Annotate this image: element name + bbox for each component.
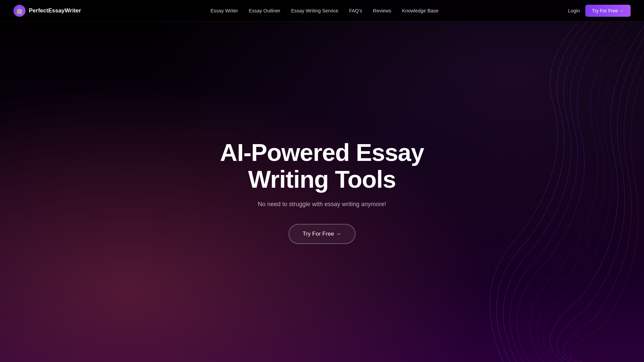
nav-essay-outliner[interactable]: Essay Outliner [249,8,280,13]
hero-decoration [443,0,644,362]
logo-link[interactable]: 🤖 PerfectEssayWriter [13,5,81,17]
login-link[interactable]: Login [568,8,580,13]
hero-subtitle: No need to struggle with essay writing a… [178,201,466,208]
nav-links: Essay Writer Essay Outliner Essay Writin… [211,8,439,13]
nav-essay-writer[interactable]: Essay Writer [211,8,238,13]
hero-cta-button[interactable]: Try For Free → [288,224,356,244]
logo-text: PerfectEssayWriter [29,7,81,14]
nav-essay-writing-service[interactable]: Essay Writing Service [291,8,338,13]
hero-title: AI-Powered Essay Writing Tools [178,139,466,192]
nav-cta-button[interactable]: Try For Free → [585,5,631,17]
nav-knowledge-base[interactable]: Knowledge Base [402,8,438,13]
logo-icon: 🤖 [13,5,25,17]
nav-actions: Login Try For Free → [568,5,631,17]
hero-content: AI-Powered Essay Writing Tools No need t… [171,139,473,244]
nav-reviews[interactable]: Reviews [373,8,391,13]
hero-section: AI-Powered Essay Writing Tools No need t… [0,0,644,362]
navbar: 🤖 PerfectEssayWriter Essay Writer Essay … [0,0,644,21]
nav-faqs[interactable]: FAQ's [349,8,362,13]
